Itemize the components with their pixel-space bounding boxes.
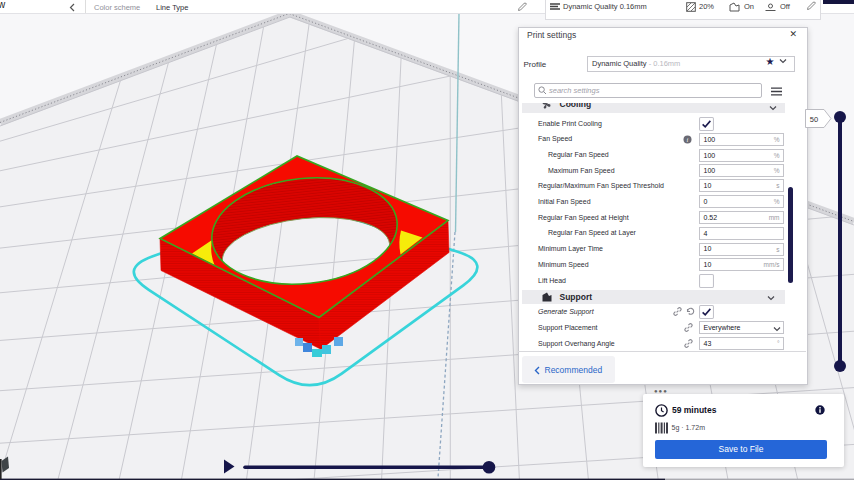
- svg-text:50: 50: [810, 115, 818, 124]
- svg-text:i: i: [686, 136, 688, 143]
